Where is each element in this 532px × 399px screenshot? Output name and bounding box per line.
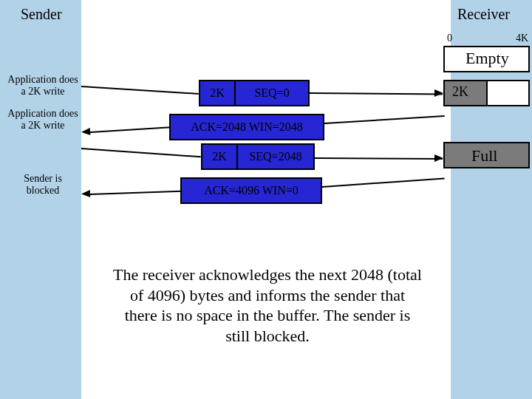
segment-seq2048: 2K SEQ=2048 <box>201 143 315 170</box>
arrow-seq2048-left <box>81 148 201 157</box>
sender-event-1: Application does a 2K write <box>6 74 80 98</box>
arrow-seq0-left <box>81 86 199 95</box>
buffer-axis-start: 0 <box>447 33 452 44</box>
arrow-seq0-right <box>310 92 443 95</box>
segment-seq0-header: SEQ=0 <box>236 81 308 105</box>
buffer-state-half-label: 2K <box>452 84 468 100</box>
explanation-text: The receiver acknowledges the next 2048 … <box>112 265 423 346</box>
arrow-seq2048-head <box>434 154 443 162</box>
arrow-ack2-right <box>322 177 445 188</box>
sender-column <box>0 0 81 399</box>
arrow-ack1-head <box>81 128 91 136</box>
sender-title: Sender <box>21 6 62 23</box>
buffer-state-empty-label: Empty <box>466 49 509 68</box>
arrow-ack2-head <box>81 190 90 197</box>
segment-seq2048-size: 2K <box>202 145 238 168</box>
sender-event-3: Sender is blocked <box>13 173 72 197</box>
sender-event-2: Application does a 2K write <box>6 108 80 132</box>
ack-4096: ACK=4096 WIN=0 <box>180 177 322 204</box>
buffer-axis-end: 4K <box>516 33 528 44</box>
arrow-seq0-head <box>434 89 443 97</box>
ack-2048: ACK=2048 WIN=2048 <box>169 114 324 140</box>
segment-seq0: 2K SEQ=0 <box>199 80 310 106</box>
segment-seq0-size: 2K <box>200 81 236 105</box>
segment-seq2048-header: SEQ=2048 <box>238 145 313 168</box>
arrow-seq2048-right <box>315 157 443 160</box>
buffer-state-full-label: Full <box>471 146 497 166</box>
arrow-ack2-left <box>90 191 182 195</box>
arrow-ack1-right <box>324 115 445 124</box>
receiver-title: Receiver <box>457 6 510 23</box>
arrow-ack1-left <box>90 126 171 133</box>
